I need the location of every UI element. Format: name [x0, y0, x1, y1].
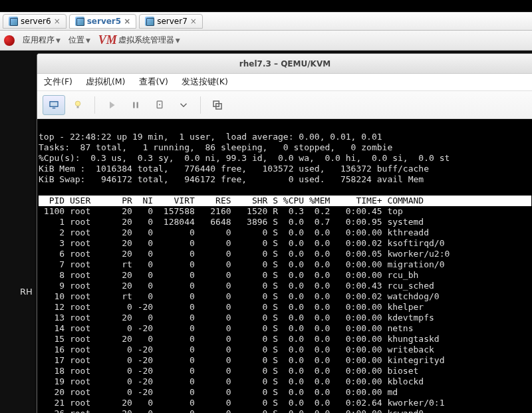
gnome-vmm-label: 虚拟系统管理器 [118, 35, 174, 46]
process-row: 3 root 20 0 0 0 0 S 0.0 0.0 0:00.02 ksof… [39, 238, 531, 249]
process-row: 21 root 20 0 0 0 0 S 0.0 0.0 0:02.64 kwo… [39, 398, 531, 408]
process-row: 10 root rt 0 0 0 0 S 0.0 0.0 0:00.02 wat… [39, 291, 531, 302]
close-icon[interactable]: × [190, 17, 197, 26]
top-summary-line: KiB Mem : 1016384 total, 776440 free, 10… [39, 164, 429, 174]
monitor-icon [48, 99, 60, 111]
chevron-down-icon: ▼ [176, 37, 180, 44]
power-icon [154, 99, 166, 111]
process-row: 16 root 0 -20 0 0 0 S 0.0 0.0 0:00.00 wr… [39, 344, 531, 355]
editor-tab-server6[interactable]: server6× [3, 14, 66, 29]
close-icon[interactable]: × [124, 17, 130, 26]
chevron-down-icon [178, 99, 190, 111]
process-row: 13 root 20 0 0 0 0 S 0.0 0.0 0:00.00 kde… [39, 313, 531, 323]
console-button[interactable] [43, 95, 65, 115]
process-row: 12 root 0 -20 0 0 0 S 0.0 0.0 0:00.00 kh… [39, 302, 531, 313]
gnome-apps-label: 应用程序 [23, 35, 55, 46]
process-row: 1 root 20 0 128044 6648 3896 S 0.0 0.7 0… [39, 217, 531, 227]
vm-toolbar [37, 91, 532, 119]
process-row: 19 root 0 -20 0 0 0 S 0.0 0.0 0:00.00 kb… [39, 376, 531, 387]
gnome-apps-menu[interactable]: 应用程序 ▼ [23, 35, 61, 46]
vm-title: rhel7.3 – QEMU/KVM [239, 59, 331, 69]
vm-title-bar: rhel7.3 – QEMU/KVM [37, 54, 532, 74]
toolbar-separator [200, 96, 201, 114]
process-row: 6 root 20 0 0 0 0 S 0.0 0.0 0:00.05 kwor… [39, 249, 531, 259]
server-icon [145, 17, 154, 26]
run-button[interactable] [100, 95, 123, 115]
chevron-down-icon: ▼ [86, 37, 90, 44]
pause-icon [130, 99, 142, 111]
process-row: 8 root 20 0 0 0 0 S 0.0 0.0 0:00.00 rcu_… [39, 270, 531, 281]
svg-rect-2 [53, 107, 56, 108]
terminal[interactable]: top - 22:48:22 up 19 min, 1 user, load a… [37, 119, 532, 413]
menu-file[interactable]: 文件(F) [44, 76, 72, 88]
fullscreen-button[interactable] [206, 95, 229, 115]
shutdown-menu-button[interactable] [172, 95, 195, 115]
editor-tab-label: server7 [157, 17, 188, 26]
editor-tab-label: server6 [21, 17, 51, 26]
editor-tab-bar: server6×server5×server7× [0, 12, 532, 31]
svg-rect-4 [77, 106, 79, 108]
vm-menu-bar: 文件(F) 虚拟机(M) 查看(V) 发送按键(K) [37, 74, 532, 91]
process-row: 20 root 0 -20 0 0 0 S 0.0 0.0 0:00.00 md [39, 387, 531, 398]
play-icon [106, 99, 118, 111]
top-summary-line: top - 22:48:22 up 19 min, 1 user, load a… [39, 132, 382, 142]
shutdown-button[interactable] [148, 95, 171, 115]
side-text: RH [20, 287, 33, 297]
details-button[interactable] [66, 95, 89, 115]
process-row: 26 root 20 0 0 0 0 S 0.0 0.0 0:00.00 ksw… [39, 408, 531, 413]
svg-rect-1 [51, 102, 58, 106]
process-list: 1100 root 20 0 157588 2160 1520 R 0.3 0.… [39, 206, 531, 413]
gnome-vmm-menu[interactable]: VM 虚拟系统管理器 ▼ [98, 33, 180, 47]
vm-window: rhel7.3 – QEMU/KVM 文件(F) 虚拟机(M) 查看(V) 发送… [37, 53, 532, 413]
process-row: 9 root 20 0 0 0 0 S 0.0 0.0 0:00.43 rcu_… [39, 281, 531, 291]
top-summary-line: KiB Swap: 946172 total, 946172 free, 0 u… [39, 174, 424, 184]
pause-button[interactable] [124, 95, 147, 115]
svg-rect-5 [133, 102, 134, 108]
editor-tab-server7[interactable]: server7× [139, 14, 203, 29]
top-summary-line: %Cpu(s): 0.3 us, 0.3 sy, 0.0 ni, 99.3 id… [39, 153, 450, 163]
process-row: 17 root 0 -20 0 0 0 S 0.0 0.0 0:00.00 ki… [39, 355, 531, 366]
menu-view[interactable]: 查看(V) [139, 76, 168, 88]
process-row: 14 root 0 -20 0 0 0 S 0.0 0.0 0:00.00 ne… [39, 323, 531, 334]
svg-point-8 [159, 104, 160, 105]
gnome-places-label: 位置 [68, 35, 84, 46]
menu-send-keys[interactable]: 发送按键(K) [182, 76, 228, 88]
top-summary-line: Tasks: 87 total, 1 running, 86 sleeping,… [39, 142, 392, 152]
process-row: 7 root rt 0 0 0 0 S 0.0 0.0 0:00.00 migr… [39, 259, 531, 270]
server-icon [9, 17, 18, 26]
gnome-top-bar: 应用程序 ▼ 位置 ▼ VM 虚拟系统管理器 ▼ [0, 31, 532, 51]
menu-machine[interactable]: 虚拟机(M) [86, 76, 126, 88]
process-row: 15 root 20 0 0 0 0 S 0.0 0.0 0:00.00 khu… [39, 334, 531, 344]
svg-rect-6 [137, 102, 138, 108]
process-row: 2 root 20 0 0 0 0 S 0.0 0.0 0:00.00 kthr… [39, 227, 531, 238]
chevron-down-icon: ▼ [56, 37, 61, 44]
process-row: 18 root 0 -20 0 0 0 S 0.0 0.0 0:00.00 bi… [39, 366, 531, 376]
gnome-logo-icon [4, 35, 15, 46]
process-row: 1100 root 20 0 157588 2160 1520 R 0.3 0.… [39, 206, 531, 217]
editor-tab-label: server5 [87, 17, 121, 26]
fullscreen-icon [211, 99, 223, 111]
svg-point-3 [75, 101, 80, 106]
lightbulb-icon [72, 99, 84, 111]
gnome-places-menu[interactable]: 位置 ▼ [68, 35, 90, 46]
top-column-header: PID USER PR NI VIRT RES SHR S %CPU %MEM … [39, 196, 531, 206]
server-icon [75, 17, 84, 26]
toolbar-separator [94, 96, 95, 114]
virt-manager-icon: VM [98, 33, 117, 47]
editor-tab-server5[interactable]: server5× [69, 14, 137, 29]
close-icon[interactable]: × [54, 17, 61, 26]
